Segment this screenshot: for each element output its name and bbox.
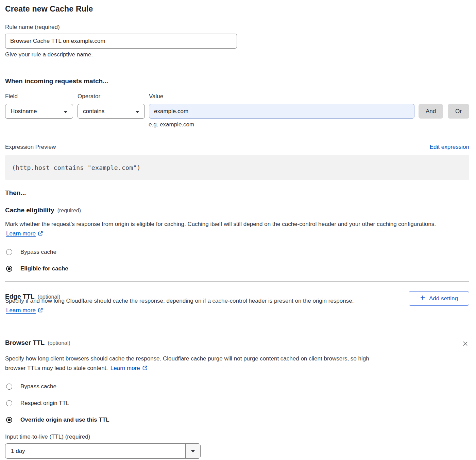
radio-option-label: Override origin and use this TTL	[20, 417, 109, 423]
add-setting-label: Add setting	[429, 295, 458, 302]
ttl-label: Input time-to-live (TTL) (required)	[5, 434, 469, 440]
radio-option-label: Eligible for cache	[20, 265, 68, 272]
value-help-text: e.g. example.com	[149, 121, 469, 128]
divider	[5, 68, 469, 68]
learn-more-link[interactable]: Learn more	[6, 230, 43, 237]
radio-option-label: Bypass cache	[20, 249, 56, 255]
value-input[interactable]	[149, 104, 414, 119]
learn-more-label: Learn more	[6, 307, 36, 314]
divider	[5, 281, 469, 282]
radio-option-respect-origin-ttl[interactable]: Respect origin TTL	[5, 400, 469, 406]
browser-ttl-title-row: Browser TTL (optional)	[5, 339, 70, 347]
browser-ttl-options: Bypass cache Respect origin TTL Override…	[5, 384, 469, 423]
radio-option-label: Bypass cache	[20, 383, 56, 390]
chevron-down-icon	[64, 108, 68, 115]
edit-expression-link[interactable]: Edit expression	[430, 144, 469, 151]
cache-eligibility-header: Cache eligibility (required)	[5, 207, 469, 214]
radio-button-icon[interactable]	[6, 384, 12, 390]
learn-more-link[interactable]: Learn more	[6, 307, 43, 314]
operator-select[interactable]: contains	[78, 104, 145, 119]
value-label: Value	[149, 93, 414, 100]
browser-ttl-description-text: Specify how long client browsers should …	[5, 355, 369, 371]
cache-eligibility-required-badge: (required)	[57, 208, 81, 214]
radio-option-bypass-cache[interactable]: Bypass cache	[5, 249, 469, 255]
rule-name-help: Give your rule a descriptive name.	[5, 51, 469, 58]
radio-option-eligible-for-cache[interactable]: Eligible for cache	[5, 266, 469, 272]
edge-ttl-description-text: Specify if and how long Cloudflare shoul…	[5, 298, 354, 304]
radio-button-icon[interactable]	[6, 417, 12, 423]
radio-option-override-origin-ttl[interactable]: Override origin and use this TTL	[5, 417, 469, 423]
ttl-select-value: 1 day	[5, 444, 185, 458]
or-button[interactable]: Or	[448, 104, 469, 119]
and-button[interactable]: And	[419, 104, 443, 119]
rule-name-label: Rule name (required)	[5, 24, 469, 31]
cache-eligibility-description-text: Mark whether the request’s response from…	[5, 221, 436, 227]
field-select[interactable]: Hostname	[5, 104, 73, 119]
cache-eligibility-description: Mark whether the request’s response from…	[5, 219, 462, 239]
radio-option-bypass-cache[interactable]: Bypass cache	[5, 384, 469, 390]
expression-preview-row: Expression Preview Edit expression	[5, 144, 469, 151]
remove-setting-button[interactable]	[461, 340, 469, 349]
add-setting-button[interactable]: Add setting	[409, 291, 469, 306]
edge-ttl-description: Specify if and how long Cloudflare shoul…	[5, 296, 379, 316]
cache-eligibility-title: Cache eligibility	[5, 207, 54, 214]
radio-option-label: Respect origin TTL	[20, 400, 69, 407]
learn-more-label: Learn more	[111, 365, 140, 371]
external-link-icon	[38, 231, 43, 237]
close-icon	[462, 343, 469, 348]
rule-name-input[interactable]	[5, 34, 237, 49]
page-title: Create new Cache Rule	[5, 4, 469, 14]
chevron-down-icon	[135, 108, 139, 115]
learn-more-link[interactable]: Learn more	[111, 365, 148, 371]
expression-code: (http.host contains "example.com")	[12, 164, 141, 171]
radio-button-icon[interactable]	[6, 266, 12, 272]
expression-code-block: (http.host contains "example.com")	[5, 155, 469, 180]
ttl-select[interactable]: 1 day	[5, 443, 201, 459]
expression-preview-label: Expression Preview	[5, 144, 56, 151]
cache-eligibility-options: Bypass cache Eligible for cache	[5, 249, 469, 272]
radio-button-icon[interactable]	[6, 400, 12, 406]
external-link-icon	[142, 366, 148, 372]
learn-more-label: Learn more	[6, 230, 36, 237]
browser-ttl-title: Browser TTL	[5, 339, 45, 347]
browser-ttl-description: Specify how long client browsers should …	[5, 354, 379, 374]
plus-icon	[420, 295, 425, 302]
match-condition-row: Field Hostname Operator contains Value A…	[5, 93, 469, 119]
match-heading: When incoming requests match...	[5, 77, 469, 85]
field-label: Field	[5, 93, 73, 100]
divider	[5, 327, 469, 327]
operator-select-value: contains	[83, 108, 104, 115]
radio-button-icon[interactable]	[6, 249, 12, 255]
external-link-icon	[38, 308, 43, 314]
browser-ttl-header: Browser TTL (optional)	[5, 339, 469, 349]
rule-name-section: Rule name (required) Give your rule a de…	[5, 24, 469, 58]
then-heading: Then...	[5, 189, 469, 197]
field-select-value: Hostname	[11, 108, 37, 115]
operator-label: Operator	[78, 93, 145, 100]
chevron-down-icon[interactable]	[185, 444, 200, 458]
browser-ttl-optional-badge: (optional)	[48, 340, 70, 346]
ttl-input-section: Input time-to-live (TTL) (required) 1 da…	[5, 434, 469, 459]
